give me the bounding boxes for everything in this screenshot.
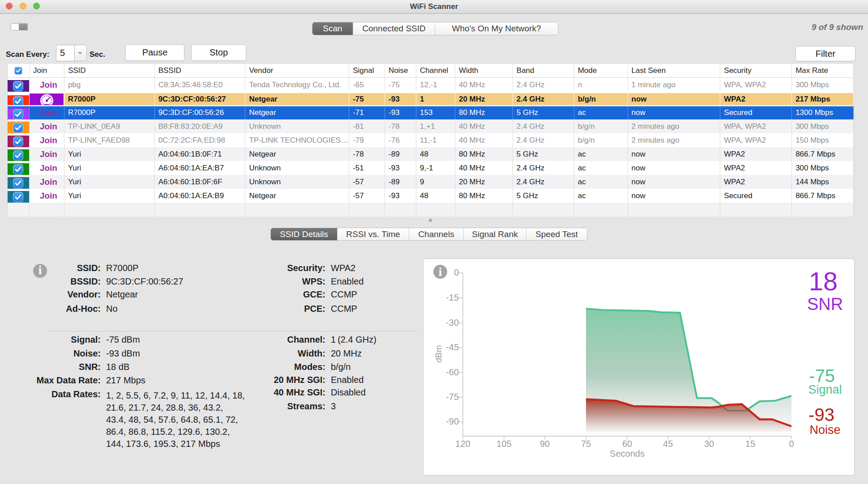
svg-text:SNR: SNR [807,295,843,314]
svg-text:45: 45 [663,439,673,449]
svg-text:-60: -60 [446,367,459,377]
svg-text:120: 120 [455,439,470,449]
svg-text:Signal: Signal [808,383,842,396]
svg-text:Noise: Noise [809,423,840,437]
svg-text:0: 0 [789,439,794,449]
svg-text:18: 18 [809,267,838,296]
svg-text:-15: -15 [446,293,459,302]
svg-text:dBm: dBm [434,345,443,362]
svg-text:-30: -30 [446,318,459,327]
svg-text:60: 60 [622,439,632,449]
svg-text:Seconds: Seconds [610,449,645,459]
svg-text:105: 105 [496,439,511,449]
svg-text:30: 30 [704,439,714,449]
svg-text:15: 15 [745,439,755,449]
svg-text:0: 0 [454,267,459,277]
svg-text:-45: -45 [446,342,459,352]
svg-text:75: 75 [581,439,591,449]
svg-text:i: i [439,265,442,279]
svg-text:-90: -90 [446,416,459,426]
svg-text:-93: -93 [808,405,834,425]
svg-text:90: 90 [540,439,550,449]
svg-text:-75: -75 [446,392,459,402]
